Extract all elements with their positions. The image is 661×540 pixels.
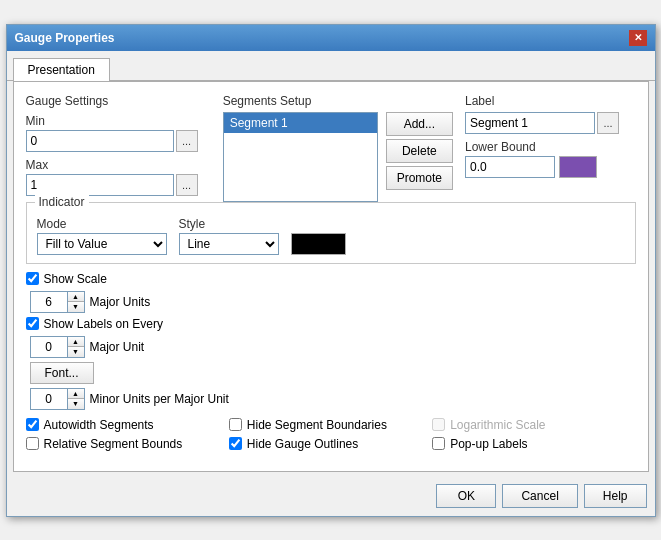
min-input[interactable] — [26, 130, 174, 152]
hide-segment-boundaries-label: Hide Segment Boundaries — [247, 418, 387, 432]
max-input[interactable] — [26, 174, 174, 196]
lower-bound-color-swatch[interactable] — [559, 156, 597, 178]
lower-bound-row — [465, 156, 636, 178]
min-label: Min — [26, 114, 211, 128]
max-dots-button[interactable]: ... — [176, 174, 198, 196]
major-units-row: ▲ ▼ Major Units — [30, 291, 636, 313]
label-section-panel: Label ... Lower Bound — [465, 94, 636, 202]
gauge-settings-panel: Gauge Settings Min ... Max ... — [26, 94, 211, 202]
major-unit-spinner-buttons: ▲ ▼ — [68, 336, 85, 358]
logarithmic-scale-checkbox — [432, 418, 445, 431]
major-unit-row: ▲ ▼ Major Unit — [30, 336, 636, 358]
scale-section: Show Scale ▲ ▼ Major Units Show Labels o… — [26, 272, 636, 410]
show-labels-row: Show Labels on Every — [26, 317, 636, 331]
logarithmic-scale-row: Logarithmic Scale — [432, 418, 635, 432]
major-units-down-button[interactable]: ▼ — [68, 302, 84, 312]
minor-units-down-button[interactable]: ▼ — [68, 399, 84, 409]
label-dots-button[interactable]: ... — [597, 112, 619, 134]
max-label: Max — [26, 158, 211, 172]
show-labels-label: Show Labels on Every — [44, 317, 163, 331]
gauge-properties-window: Gauge Properties ✕ Presentation Gauge Se… — [6, 24, 656, 517]
show-scale-row: Show Scale — [26, 272, 636, 286]
label-input-row: ... — [465, 112, 636, 134]
major-unit-up-button[interactable]: ▲ — [68, 337, 84, 347]
cancel-button[interactable]: Cancel — [502, 484, 577, 508]
major-unit-down-button[interactable]: ▼ — [68, 347, 84, 357]
delete-segment-button[interactable]: Delete — [386, 139, 453, 163]
hide-gauge-outlines-checkbox[interactable] — [229, 437, 242, 450]
title-bar: Gauge Properties ✕ — [7, 25, 655, 51]
segment-buttons: Add... Delete Promote — [386, 112, 453, 190]
major-unit-spinner: ▲ ▼ — [30, 336, 85, 358]
indicator-label: Indicator — [35, 195, 89, 209]
minor-units-row: ▲ ▼ Minor Units per Major Unit — [30, 388, 636, 410]
label-input[interactable] — [465, 112, 595, 134]
major-unit-input[interactable] — [30, 336, 68, 358]
minor-units-label: Minor Units per Major Unit — [90, 392, 229, 406]
show-scale-label: Show Scale — [44, 272, 107, 286]
main-content: Gauge Settings Min ... Max ... — [13, 81, 649, 472]
lower-bound-input[interactable] — [465, 156, 555, 178]
major-unit-label: Major Unit — [90, 340, 145, 354]
min-field-group: Min ... — [26, 114, 211, 152]
footer-buttons: OK Cancel Help — [7, 478, 655, 516]
mode-group: Mode Fill to Value Needle Bar — [37, 211, 167, 255]
major-units-up-button[interactable]: ▲ — [68, 292, 84, 302]
min-dots-button[interactable]: ... — [176, 130, 198, 152]
minor-units-up-button[interactable]: ▲ — [68, 389, 84, 399]
autowidth-segments-row: Autowidth Segments — [26, 418, 229, 432]
popup-labels-label: Pop-up Labels — [450, 437, 527, 451]
style-select[interactable]: Line Fill — [179, 233, 279, 255]
mode-label: Mode — [37, 217, 167, 231]
relative-segment-bounds-label: Relative Segment Bounds — [44, 437, 183, 451]
mode-style-row: Mode Fill to Value Needle Bar Style Line… — [37, 211, 625, 255]
relative-segment-bounds-checkbox[interactable] — [26, 437, 39, 450]
style-group: Style Line Fill — [179, 211, 279, 255]
show-scale-checkbox[interactable] — [26, 272, 39, 285]
close-button[interactable]: ✕ — [629, 30, 647, 46]
major-units-spinner: ▲ ▼ — [30, 291, 85, 313]
autowidth-segments-label: Autowidth Segments — [44, 418, 154, 432]
minor-units-input[interactable] — [30, 388, 68, 410]
tab-presentation[interactable]: Presentation — [13, 58, 110, 81]
top-row: Gauge Settings Min ... Max ... — [26, 94, 636, 202]
show-labels-checkbox[interactable] — [26, 317, 39, 330]
segments-setup-label: Segments Setup — [223, 94, 453, 108]
style-label: Style — [179, 217, 279, 231]
bottom-checkboxes: Autowidth Segments Relative Segment Boun… — [26, 418, 636, 451]
window-title: Gauge Properties — [15, 31, 115, 45]
segments-setup-panel: Segments Setup Segment 1 Add... Delete P… — [223, 94, 453, 202]
indicator-section: Indicator Mode Fill to Value Needle Bar … — [26, 202, 636, 264]
hide-segment-boundaries-row: Hide Segment Boundaries — [229, 418, 432, 432]
max-input-row: ... — [26, 174, 211, 196]
popup-labels-row: Pop-up Labels — [432, 437, 635, 451]
indicator-color-swatch[interactable] — [291, 233, 346, 255]
ok-button[interactable]: OK — [436, 484, 496, 508]
segments-row: Segment 1 Add... Delete Promote — [223, 112, 453, 202]
minor-units-spinner-buttons: ▲ ▼ — [68, 388, 85, 410]
minor-units-spinner: ▲ ▼ — [30, 388, 85, 410]
label-section-label: Label — [465, 94, 636, 108]
mode-select[interactable]: Fill to Value Needle Bar — [37, 233, 167, 255]
hide-gauge-outlines-label: Hide Gauge Outlines — [247, 437, 358, 451]
add-segment-button[interactable]: Add... — [386, 112, 453, 136]
tab-bar: Presentation — [7, 51, 655, 81]
segment-list[interactable]: Segment 1 — [223, 112, 378, 202]
min-input-row: ... — [26, 130, 211, 152]
relative-segment-bounds-row: Relative Segment Bounds — [26, 437, 229, 451]
lower-bound-label: Lower Bound — [465, 140, 636, 154]
checkbox-col-3: Logarithmic Scale Pop-up Labels — [432, 418, 635, 451]
autowidth-segments-checkbox[interactable] — [26, 418, 39, 431]
segment-item-1[interactable]: Segment 1 — [224, 113, 377, 133]
hide-segment-boundaries-checkbox[interactable] — [229, 418, 242, 431]
major-units-input[interactable] — [30, 291, 68, 313]
max-field-group: Max ... — [26, 158, 211, 196]
logarithmic-scale-label: Logarithmic Scale — [450, 418, 545, 432]
gauge-settings-label: Gauge Settings — [26, 94, 211, 108]
help-button[interactable]: Help — [584, 484, 647, 508]
promote-segment-button[interactable]: Promote — [386, 166, 453, 190]
popup-labels-checkbox[interactable] — [432, 437, 445, 450]
checkbox-col-1: Autowidth Segments Relative Segment Boun… — [26, 418, 229, 451]
major-units-label: Major Units — [90, 295, 151, 309]
font-button[interactable]: Font... — [30, 362, 94, 384]
